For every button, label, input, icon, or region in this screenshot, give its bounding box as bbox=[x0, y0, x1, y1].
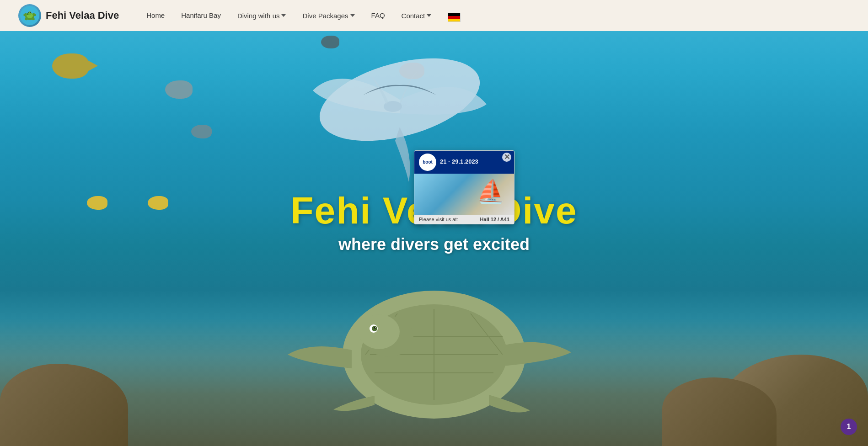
nav-item-contact[interactable]: Contact bbox=[402, 12, 432, 20]
fish-decoration-2 bbox=[165, 80, 193, 99]
hero-subtitle: where divers get excited bbox=[290, 235, 577, 254]
svg-point-8 bbox=[28, 11, 32, 15]
turtle-decoration bbox=[274, 263, 594, 419]
popup-ad: ✕ boot 21 - 29.1.2023 Please visit us at… bbox=[414, 150, 514, 224]
svg-point-22 bbox=[359, 314, 400, 349]
brand-link[interactable]: Fehi Velaa Dive bbox=[18, 4, 119, 27]
boot-logo: boot bbox=[419, 154, 436, 171]
popup-date: 21 - 29.1.2023 bbox=[440, 158, 478, 166]
popup-boat-image bbox=[414, 174, 514, 215]
popup-visit-text: Please visit us at: bbox=[419, 217, 458, 222]
nav-item-language[interactable] bbox=[448, 10, 461, 22]
svg-point-9 bbox=[28, 12, 29, 13]
navbar: Fehi Velaa Dive Home Hanifaru Bay Diving… bbox=[0, 0, 868, 31]
popup-close-button[interactable]: ✕ bbox=[502, 153, 511, 162]
german-flag-icon[interactable] bbox=[448, 13, 461, 22]
svg-point-24 bbox=[372, 326, 377, 331]
nav-item-dive-packages[interactable]: Dive Packages bbox=[302, 12, 354, 20]
fish-yellow-decoration-2 bbox=[148, 196, 168, 210]
nav-item-faq[interactable]: FAQ bbox=[371, 11, 385, 20]
diving-with-us-dropdown-arrow bbox=[281, 14, 286, 17]
nav-item-diving-with-us[interactable]: Diving with us bbox=[237, 12, 286, 20]
contact-dropdown-arrow bbox=[427, 14, 431, 17]
popup-footer: Please visit us at: Hall 12 / A41 bbox=[414, 215, 514, 224]
popup-ad-inner: boot 21 - 29.1.2023 Please visit us at: … bbox=[414, 151, 514, 224]
nav-item-hanifaru-bay[interactable]: Hanifaru Bay bbox=[181, 11, 221, 20]
svg-point-26 bbox=[375, 327, 376, 328]
fish-decoration-1 bbox=[52, 53, 89, 79]
hero-section: Fehi Velaa Dive where divers get excited… bbox=[0, 0, 868, 446]
brand-logo-icon bbox=[18, 4, 41, 27]
notification-badge[interactable]: 1 bbox=[841, 419, 857, 435]
dive-packages-dropdown-arrow bbox=[350, 14, 355, 17]
brand-name: Fehi Velaa Dive bbox=[46, 10, 119, 21]
fish-decoration-3 bbox=[191, 125, 212, 138]
popup-hall-text: Hall 12 / A41 bbox=[480, 217, 509, 222]
nav-links: Home Hanifaru Bay Diving with us Dive Pa… bbox=[146, 10, 850, 22]
svg-point-10 bbox=[30, 12, 31, 13]
fish-yellow-decoration-1 bbox=[87, 196, 107, 210]
popup-ad-header: boot 21 - 29.1.2023 bbox=[414, 151, 514, 174]
nav-item-home[interactable]: Home bbox=[146, 11, 165, 20]
